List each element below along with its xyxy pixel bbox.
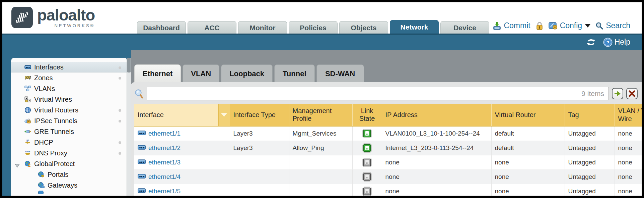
subtab-ethernet[interactable]: Ethernet xyxy=(134,64,181,82)
sidebar-item-zones[interactable]: Zones xyxy=(11,72,127,83)
left-gutter xyxy=(2,50,11,196)
red-x-icon xyxy=(629,90,635,97)
gre-tunnels-icon xyxy=(24,128,31,135)
cell-management-profile: Mgmt_Services xyxy=(289,126,352,141)
sidebar-scrollbar[interactable] xyxy=(127,58,131,196)
sidebar-item-label: Interfaces xyxy=(34,63,64,71)
sidebar-item-vlans[interactable]: VLANs xyxy=(11,83,127,94)
tab-policies[interactable]: Policies xyxy=(289,21,338,34)
lock-icon[interactable] xyxy=(535,21,544,30)
column-header-interface-type[interactable]: Interface Type xyxy=(230,104,289,126)
cell-virtual-router: default xyxy=(491,141,565,155)
sidebar-item-virtual-routers[interactable]: Virtual Routers xyxy=(11,105,127,115)
tab-network[interactable]: Network xyxy=(390,20,439,34)
sidebar-item-dns-proxy[interactable]: DNS DNS Proxy xyxy=(11,148,127,158)
table-row[interactable]: ethernet1/4 none none Untagged xyxy=(134,169,642,184)
sidebar-scrollbar-thumb[interactable] xyxy=(127,58,131,72)
sidebar-item-label: Zones xyxy=(34,74,53,82)
cell-management-profile: Allow_Ping xyxy=(289,141,352,155)
svg-text:?: ? xyxy=(606,39,609,45)
sidebar-item-label: GRE Tunnels xyxy=(34,128,74,136)
interfaces-table: Interface Interface Type Management Prof… xyxy=(134,104,642,196)
subtab-vlan[interactable]: VLAN xyxy=(183,64,219,82)
tab-dashboard[interactable]: Dashboard xyxy=(137,21,186,34)
panos-window: paloalto NETWORKS® Dashboard ACC Monitor… xyxy=(0,0,644,198)
zones-icon xyxy=(24,75,31,81)
help-button[interactable]: ? Help xyxy=(603,38,630,47)
sidebar-item-virtual-wires[interactable]: Virtual Wires xyxy=(11,94,127,105)
globe-icon xyxy=(38,191,45,194)
subtab-sdwan[interactable]: SD-WAN xyxy=(316,64,364,82)
column-header-link-state[interactable]: Link State xyxy=(352,104,382,126)
sidebar-item-clipped xyxy=(11,191,127,194)
interface-icon xyxy=(138,188,146,195)
table-row[interactable]: ethernet1/1 Layer3 Mgmt_Services VLAN010… xyxy=(134,126,642,141)
dns-proxy-icon: DNS xyxy=(24,150,31,156)
refresh-icon[interactable] xyxy=(586,38,596,47)
cell-management-profile xyxy=(289,155,352,169)
cell-virtual-router: none xyxy=(491,169,565,184)
sidebar-item-dhcp[interactable]: IP DHCP xyxy=(11,137,127,148)
search-label: Search xyxy=(606,21,630,30)
cell-vlan-wire: none xyxy=(615,155,642,169)
sidebar-item-label: DHCP xyxy=(34,139,53,146)
sidebar-item-globalprotect[interactable]: GlobalProtect xyxy=(11,158,127,169)
column-header-virtual-router[interactable]: Virtual Router xyxy=(491,104,565,126)
interface-link[interactable]: ethernet1/3 xyxy=(148,159,181,166)
tab-device[interactable]: Device xyxy=(440,21,489,34)
portals-icon xyxy=(38,171,45,178)
column-header-tag[interactable]: Tag xyxy=(565,104,615,126)
filter-input[interactable] xyxy=(147,87,609,100)
filter-searchbox: 9 items xyxy=(147,87,609,100)
tab-objects[interactable]: Objects xyxy=(339,21,388,34)
globalprotect-icon xyxy=(24,160,31,167)
interface-icon xyxy=(138,159,146,166)
vlans-icon xyxy=(24,85,31,92)
column-header-interface[interactable]: Interface xyxy=(134,104,230,126)
column-header-management-profile[interactable]: Management Profile xyxy=(289,104,352,126)
interface-link[interactable]: ethernet1/1 xyxy=(148,130,181,137)
sidebar-item-gre-tunnels[interactable]: GRE Tunnels xyxy=(11,126,127,137)
paloalto-logo: paloalto NETWORKS® xyxy=(11,6,95,29)
chevron-expanded-icon[interactable] xyxy=(15,162,20,169)
pin-dot xyxy=(119,120,121,122)
column-header-ip-address[interactable]: IP Address xyxy=(382,104,491,126)
interface-link[interactable]: ethernet1/4 xyxy=(148,173,181,181)
sidebar-item-label: DNS Proxy xyxy=(34,149,67,157)
cell-virtual-router: none xyxy=(491,184,565,196)
sidebar-item-ipsec-tunnels[interactable]: IPSec Tunnels xyxy=(11,115,127,126)
pin-dot xyxy=(119,152,121,155)
tab-acc[interactable]: ACC xyxy=(188,21,236,34)
tab-monitor[interactable]: Monitor xyxy=(238,21,287,34)
commit-button[interactable]: Commit xyxy=(493,21,530,30)
cell-tag: Untagged xyxy=(565,141,615,155)
sidebar-item-portals[interactable]: Portals xyxy=(11,169,127,180)
search-icon xyxy=(595,22,603,30)
commit-label: Commit xyxy=(504,21,530,30)
column-header-vlan-wire[interactable]: VLAN / Virtual Wire xyxy=(615,104,642,126)
help-label: Help xyxy=(615,38,630,47)
subtab-loopback[interactable]: Loopback xyxy=(221,64,273,82)
sort-dropdown-button[interactable] xyxy=(218,104,230,126)
table-row[interactable]: ethernet1/5 none none Untagged xyxy=(134,184,642,196)
config-label: Config xyxy=(560,21,582,30)
search-button[interactable]: Search xyxy=(595,21,630,30)
cell-virtual-router: none xyxy=(491,155,565,169)
subtab-tunnel[interactable]: Tunnel xyxy=(274,64,314,82)
sidebar-item-gateways[interactable]: Gateways xyxy=(11,180,127,191)
table-row[interactable]: ethernet1/3 none none Untagged xyxy=(134,155,642,169)
config-dropdown[interactable]: Config xyxy=(549,21,590,30)
sort-triangle-icon xyxy=(221,113,227,117)
sidebar-item-label: VLANs xyxy=(34,85,55,93)
table-row[interactable]: ethernet1/2 Layer3 Allow_Ping Internet_L… xyxy=(134,141,642,155)
link-state-icon xyxy=(362,173,372,180)
interface-link[interactable]: ethernet1/2 xyxy=(148,144,181,152)
apply-filter-button[interactable] xyxy=(612,88,623,99)
gateways-icon xyxy=(38,182,45,189)
interface-link[interactable]: ethernet1/5 xyxy=(148,188,181,195)
sidebar-item-interfaces[interactable]: Interfaces xyxy=(11,62,127,72)
virtual-wires-icon xyxy=(24,96,31,103)
clear-filter-button[interactable] xyxy=(626,88,638,99)
commit-icon xyxy=(493,21,501,30)
cell-vlan-wire: none xyxy=(615,169,642,184)
